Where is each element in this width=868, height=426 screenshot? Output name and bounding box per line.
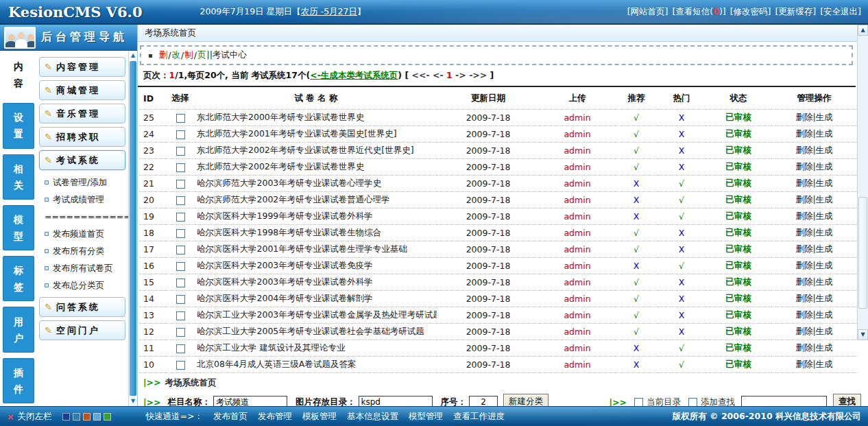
current-dir-checkbox[interactable]	[634, 398, 643, 407]
row-checkbox[interactable]	[176, 344, 185, 353]
row-operations[interactable]: 删除|生成	[795, 260, 832, 270]
row-operations[interactable]: 删除|生成	[795, 276, 832, 287]
row-title[interactable]: 哈尔滨医科大学2003年考研专业课试卷外科学	[195, 274, 437, 291]
action-edit[interactable]: 改	[172, 49, 181, 61]
sidebar-tab[interactable]: 用户	[3, 307, 34, 352]
sidebar-tab[interactable]: 标签	[3, 256, 34, 301]
row-checkbox[interactable]	[176, 229, 185, 238]
row-checkbox[interactable]	[176, 114, 185, 123]
row-checkbox[interactable]	[176, 130, 185, 139]
row-checkbox[interactable]	[176, 311, 185, 320]
close-left-panel-link[interactable]: 关闭左栏	[17, 411, 51, 423]
row-title[interactable]: 哈尔滨工业大学 建筑设计及其理论专业	[195, 340, 437, 357]
row-title[interactable]: 哈尔滨师范大学2003年考研专业课试卷心理学史	[195, 176, 437, 192]
link-view-sms[interactable]: [查看短信(0)]	[672, 6, 725, 18]
row-checkbox[interactable]	[176, 295, 185, 304]
row-title[interactable]: 哈尔滨医科大学2003年考研专业课试卷免疫学	[195, 258, 437, 274]
row-title[interactable]: 哈尔滨工业大学2005年考研专业课试卷社会学基础考研试题	[195, 324, 437, 340]
row-checkbox[interactable]	[176, 361, 185, 370]
menu-button[interactable]: ✎内容管理	[39, 57, 125, 77]
row-operations[interactable]: 删除|生成	[795, 128, 832, 139]
generate-pages-link[interactable]: <-生成本类考试系统页	[310, 70, 398, 80]
link-change-password[interactable]: [修改密码]	[730, 6, 771, 18]
theme-color-swatch[interactable]	[73, 413, 80, 421]
row-checkbox[interactable]	[176, 163, 185, 172]
sidebar-sub-item[interactable]: ==================	[38, 208, 126, 225]
row-operations[interactable]: 删除|生成	[795, 293, 832, 303]
page-prev-link[interactable]: <-	[433, 70, 444, 80]
row-title[interactable]: 哈尔滨师范大学2002年考研专业课试卷普通心理学	[195, 192, 437, 209]
row-title[interactable]: 哈尔滨医科大学2001年考研专业课试卷生理学专业基础	[195, 241, 437, 258]
menu-button[interactable]: ✎商城管理	[39, 80, 125, 100]
page-last-link[interactable]: ->>	[469, 70, 487, 80]
row-operations[interactable]: 删除|生成	[795, 211, 832, 221]
page-next-link[interactable]: ->	[455, 70, 466, 80]
row-checkbox[interactable]	[176, 279, 185, 287]
row-title[interactable]: 东北师范大学2001年考研专业课试卷美国史[世界史]	[195, 126, 437, 143]
exam-home-link[interactable]: 考场系统首页	[165, 377, 217, 388]
row-operations[interactable]: 删除|生成	[795, 178, 832, 188]
row-title[interactable]: 东北师范大学2002年考研专业课试卷世界史	[195, 159, 437, 176]
quick-link[interactable]: 模板管理	[302, 411, 337, 423]
quick-link[interactable]: 查看工作进度	[453, 411, 505, 423]
content-scrollbar-thumb[interactable]	[858, 197, 867, 309]
row-checkbox[interactable]	[176, 328, 185, 337]
theme-color-swatch[interactable]	[62, 413, 70, 421]
menu-button[interactable]: ✎空间门户	[39, 320, 125, 340]
row-operations[interactable]: 删除|生成	[795, 227, 832, 237]
menu-button[interactable]: ✎招聘求职	[39, 127, 125, 147]
sidebar-sub-item[interactable]: 发布频道首页	[38, 225, 126, 242]
row-checkbox[interactable]	[176, 180, 185, 189]
sidebar-tab[interactable]: 设置	[3, 103, 34, 148]
row-title[interactable]: 北京08年4月成人英语三级A卷试题及答案	[195, 357, 437, 373]
lunar-date-link[interactable]: 农历 -5月27日	[301, 6, 357, 16]
quick-link[interactable]: 发布管理	[258, 411, 292, 423]
add-search-checkbox[interactable]	[688, 398, 697, 407]
row-checkbox[interactable]	[176, 147, 185, 156]
row-title[interactable]: 哈尔滨工业大学2003年考研专业课试卷金属学及热处理考研试题	[195, 307, 437, 324]
sidebar-scrollbar-thumb[interactable]	[130, 61, 136, 396]
row-checkbox[interactable]	[176, 196, 185, 205]
sidebar-tab[interactable]: 内容	[3, 52, 34, 97]
scroll-up-icon[interactable]: ▲	[858, 25, 868, 36]
row-title[interactable]: 东北师范大学2002年考研专业课试卷世界近代史[世界史]	[195, 143, 437, 159]
theme-color-swatch[interactable]	[93, 413, 101, 421]
row-operations[interactable]: 删除|生成	[795, 112, 832, 122]
row-operations[interactable]: 删除|生成	[795, 145, 832, 155]
sidebar-tab[interactable]: 模型	[3, 205, 34, 250]
menu-button[interactable]: ✎音乐管理	[39, 104, 125, 123]
menu-button[interactable]: ✎考试系统	[39, 150, 125, 170]
row-checkbox[interactable]	[176, 246, 185, 255]
link-refresh-cache[interactable]: [更新缓存]	[775, 6, 816, 18]
sidebar-tab[interactable]: 插件	[3, 358, 34, 403]
row-operations[interactable]: 删除|生成	[795, 244, 832, 254]
sidebar-sub-item[interactable]: 发布所有试卷页	[38, 259, 126, 276]
theme-color-swatch[interactable]	[104, 413, 111, 421]
row-operations[interactable]: 删除|生成	[795, 359, 832, 369]
row-title[interactable]: 哈尔滨医科大学1999年考研专业课试卷外科学	[195, 209, 437, 225]
scroll-down-icon[interactable]: ▼	[129, 397, 137, 406]
row-operations[interactable]: 删除|生成	[795, 161, 832, 171]
sidebar-sub-item[interactable]: 试卷管理/添加	[38, 174, 126, 191]
row-operations[interactable]: 删除|生成	[795, 342, 832, 353]
page-first-link[interactable]: <<-	[412, 70, 430, 80]
row-operations[interactable]: 删除|生成	[795, 194, 832, 204]
action-delete[interactable]: 删	[159, 49, 168, 61]
scroll-down-icon[interactable]: ▼	[858, 329, 868, 340]
sidebar-sub-item[interactable]: 发布所有分类	[38, 242, 126, 259]
row-operations[interactable]: 删除|生成	[795, 326, 832, 336]
quick-link[interactable]: 基本信息设置	[347, 411, 398, 423]
menu-button[interactable]: ✎问答系统	[39, 297, 125, 317]
link-logout[interactable]: [安全退出]	[820, 6, 861, 18]
sidebar-tab[interactable]: 相关	[3, 154, 34, 200]
content-scrollbar-track[interactable]	[858, 36, 868, 329]
row-title[interactable]: 哈尔滨医科大学1998年考研专业课试卷生物综合	[195, 225, 437, 241]
link-site-home[interactable]: [网站首页]	[627, 6, 668, 18]
quick-link[interactable]: 发布首页	[213, 411, 248, 423]
action-make[interactable]: 制	[184, 49, 193, 61]
action-page[interactable]: 页	[197, 49, 206, 61]
scroll-up-icon[interactable]: ▲	[129, 51, 137, 60]
row-title[interactable]: 哈尔滨医科大学2004年考研专业课试卷解剖学	[195, 291, 437, 307]
row-title[interactable]: 东北师范大学2000年考研专业课试卷世界史	[195, 110, 437, 126]
row-operations[interactable]: 删除|生成	[795, 309, 832, 320]
